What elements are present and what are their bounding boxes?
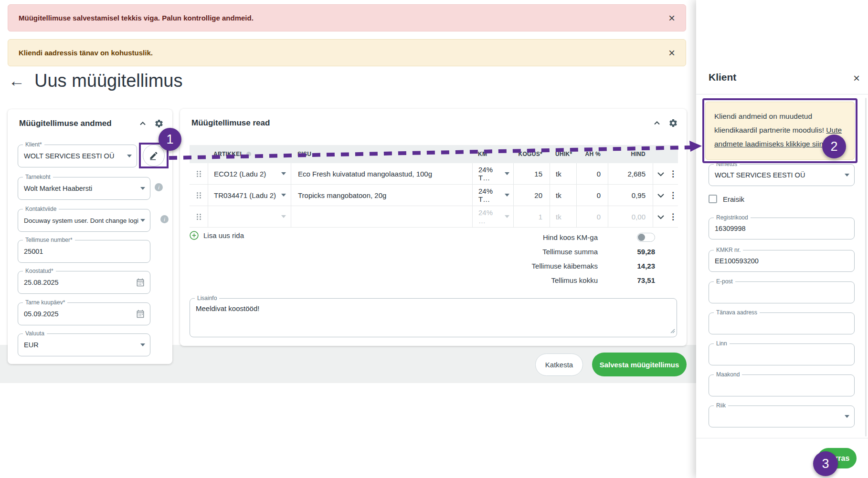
city-input[interactable]: Linn [709,343,855,365]
error-banner: Müügitellimuse salvestamisel tekkis viga… [8,4,686,31]
drag-handle[interactable] [190,163,208,184]
artikkel-select[interactable]: ECO12 (Ladu 2) [208,163,291,184]
gear-icon[interactable] [668,118,678,128]
table-header-row: ARTIKKEL SISU KM KOGUS* ÜHIK* AH % HIND [190,145,678,163]
row-actions: ⋮ [653,185,678,206]
chevron-down-icon [281,172,286,175]
kmkr-input[interactable]: KMKR nr. EE100593200 [709,250,855,272]
close-icon[interactable]: × [668,12,675,24]
tarnekoht-value: Wolt Market Haabersti [24,185,138,192]
kebab-menu-icon[interactable]: ⋮ [669,191,677,199]
row-actions: ⋮ [653,163,678,184]
vat-toggle-label: Hind koos KM-ga [543,233,598,241]
chevron-down-icon [845,174,849,177]
kontaktviide-value: Docuway system user. Dont change login. [24,217,138,224]
column-header-sisu: SISU [291,145,472,163]
back-arrow-icon[interactable]: ← [9,72,25,90]
save-order-button[interactable]: Salvesta müügitellimus [592,353,687,376]
table-row: ECO12 (Ladu 2) Eco Fresh kuivatatud mang… [190,163,678,185]
county-input[interactable]: Maakond [709,374,855,396]
currency-select[interactable]: Valuuta EUR [18,333,150,356]
column-header-uhik: ÜHIK* [550,145,576,163]
sisu-cell[interactable]: Tropicks mangobatoon, 20g [291,185,472,206]
lisainfo-label: Lisainfo [195,295,219,301]
currency-label: Valuuta [23,330,47,337]
tarnekoht-select[interactable]: Tarnekoht Wolt Market Haabersti [18,177,150,200]
order-total-label: Tellimus kokku [551,276,598,284]
sisu-cell[interactable]: Eco Fresh kuivatatud mangolaastud, 100g [291,163,472,184]
row-actions: ⋮ [653,206,678,227]
km-select[interactable]: 24% T… [472,185,513,206]
expand-chevron-icon[interactable] [657,191,664,199]
street-address-input[interactable]: Tänava aadress [709,312,855,334]
hind-input[interactable]: 0,95 [608,185,653,206]
city-label: Linn [714,340,730,347]
lisainfo-value: Meeldivat koostööd! [196,304,259,312]
chevron-down-icon [505,172,509,175]
annotation-badge-3: 3 [813,451,838,476]
add-row-button[interactable]: Lisa uus rida [190,231,244,240]
km-select[interactable]: 24% … [472,206,513,227]
order-lines-title: Müügitellimuse read [191,118,270,128]
totals-block: Hind koos KM-ga Tellimuse summa 59,28 Te… [532,230,655,287]
ah-input[interactable]: 0 [576,206,608,227]
kontaktviide-select[interactable]: Kontaktviide Docuway system user. Dont c… [18,209,150,232]
drag-handle[interactable] [190,206,208,227]
street-address-label: Tänava aadress [714,309,760,316]
lisainfo-textarea[interactable]: Lisainfo Meeldivat koostööd! [190,298,677,337]
add-row-label: Lisa uus rida [203,231,244,239]
chevron-down-icon [127,155,132,157]
uhik-cell[interactable]: tk [550,163,576,184]
klient-value: WOLT SERVICES EESTI OÜ [24,152,125,160]
cancel-button[interactable]: Katkesta [535,353,583,376]
eraisik-checkbox[interactable] [709,195,717,203]
kmkr-label: KMKR nr. [714,247,743,253]
nimetus-select[interactable]: Nimetus WOLT SERVICES EESTI OÜ [709,164,855,186]
epost-input[interactable]: E-post [709,281,855,303]
kogus-input[interactable]: 20 [513,185,550,206]
calendar-icon[interactable] [136,309,145,321]
scrollbar[interactable] [865,98,867,436]
order-vat-value: 14,23 [598,262,655,270]
kebab-menu-icon[interactable]: ⋮ [669,170,677,178]
sisu-cell[interactable] [291,206,472,227]
expand-chevron-icon[interactable] [657,213,664,221]
order-total-value: 73,51 [598,276,655,284]
registrikood-input[interactable]: Registrikood 16309998 [709,218,855,239]
drag-handle[interactable] [190,185,208,206]
uhik-cell[interactable]: tk [550,206,576,227]
uhik-cell[interactable]: tk [550,185,576,206]
epost-label: E-post [714,278,735,285]
km-select[interactable]: 24% T… [472,163,513,184]
close-icon[interactable]: × [668,47,675,59]
delivery-date-input[interactable]: Tarne kuupäev* 05.09.2025 [18,302,150,325]
ah-input[interactable]: 0 [576,163,608,184]
artikkel-select[interactable] [208,206,291,227]
close-icon[interactable]: × [853,73,860,84]
hind-input[interactable]: 2,685 [608,163,653,184]
order-number-input[interactable]: Tellimuse number* 25001 [18,240,150,263]
hind-input[interactable]: 0,00 [608,206,653,227]
info-icon[interactable]: i [155,183,163,191]
country-select[interactable]: Riik [709,405,855,427]
delivery-date-value: 05.09.2025 [24,310,138,318]
calendar-icon[interactable] [136,278,145,289]
collapse-chevron-icon[interactable] [138,119,148,128]
created-date-input[interactable]: Koostatud* 25.08.2025 [18,271,150,294]
annotation-badge-2: 2 [822,135,846,158]
currency-value: EUR [24,341,138,349]
expand-chevron-icon[interactable] [657,170,664,178]
order-sum-label: Tellimuse summa [542,248,598,256]
gear-icon[interactable] [154,119,164,128]
info-icon[interactable]: i [160,215,169,223]
artikkel-select[interactable]: TR034471 (Ladu 2) [208,185,291,206]
kogus-input[interactable]: 1 [513,206,550,227]
collapse-chevron-icon[interactable] [652,118,662,128]
ah-input[interactable]: 0 [576,185,608,206]
resize-grip-icon[interactable] [670,327,675,335]
kogus-input[interactable]: 15 [513,163,550,184]
kebab-menu-icon[interactable]: ⋮ [669,213,677,221]
vat-toggle[interactable] [637,233,655,242]
klient-select[interactable]: Klient* WOLT SERVICES EESTI OÜ [18,145,137,167]
table-row: TR034471 (Ladu 2) Tropicks mangobatoon, … [190,185,678,206]
